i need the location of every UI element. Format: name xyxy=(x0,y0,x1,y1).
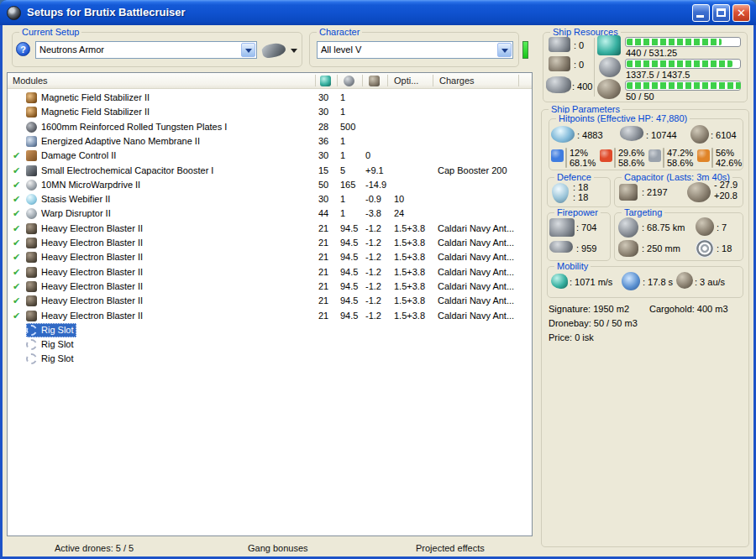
maximize-button[interactable] xyxy=(712,4,730,22)
active-check-icon[interactable]: ✔ xyxy=(13,280,20,294)
module-row[interactable]: 1600mm Reinforced Rolled Tungsten Plates… xyxy=(8,120,531,134)
ship-parameters-group: Ship Parameters Hitpoints (Effective HP:… xyxy=(541,109,749,547)
active-check-icon[interactable]: ✔ xyxy=(13,309,20,323)
character-label: Character xyxy=(317,27,362,38)
module-row[interactable]: ✔Heavy Electron Blaster II2194.5-1.21.5+… xyxy=(8,250,531,264)
module-row[interactable]: ✔10MN MicroWarpdrive II50165-14.9 xyxy=(8,178,531,192)
module-entry[interactable]: Stasis Webifier II xyxy=(26,192,113,206)
module-name: 10MN MicroWarpdrive II xyxy=(41,178,140,192)
module-entry[interactable]: Heavy Electron Blaster II xyxy=(26,265,145,280)
module-entry[interactable]: Rig Slot xyxy=(26,352,76,366)
active-check-icon[interactable]: ✔ xyxy=(13,178,20,192)
module-cap: 0 xyxy=(365,149,370,163)
setup-select[interactable]: Neutrons Armor xyxy=(35,41,257,59)
character-select-dropdown-button[interactable] xyxy=(497,43,512,57)
module-entry[interactable]: Magnetic Field Stabilizer II xyxy=(26,91,152,105)
explosive-resist-bottom: 42.6% xyxy=(716,158,742,168)
chevron-down-icon xyxy=(245,49,252,53)
module-name: Rig Slot xyxy=(41,337,74,352)
active-check-icon[interactable]: ✔ xyxy=(13,294,20,308)
module-pg: 1 xyxy=(340,105,345,119)
modules-list: Modules Opti... Charges Magnetic Field S… xyxy=(7,72,533,536)
module-entry[interactable]: Damage Control II xyxy=(26,149,118,163)
module-name: Heavy Electron Blaster II xyxy=(41,236,143,250)
column-separator xyxy=(433,75,433,86)
module-entry[interactable]: Heavy Electron Blaster II xyxy=(26,309,145,323)
speed-icon xyxy=(551,274,568,289)
hitpoints-label: Hitpoints (Effective HP: 47,880) xyxy=(556,113,690,124)
module-entry[interactable]: Warp Disruptor II xyxy=(26,206,113,221)
ship-menu-button[interactable] xyxy=(260,41,299,61)
blaster-icon xyxy=(26,267,37,278)
modules-column-header[interactable]: Modules xyxy=(13,76,48,86)
active-check-icon[interactable]: ✔ xyxy=(13,265,20,280)
mobility-label: Mobility xyxy=(554,261,591,272)
module-row[interactable]: ✔Warp Disruptor II441-3.824 xyxy=(8,206,531,221)
gang-bonuses-label[interactable]: Gang bonuses xyxy=(248,543,308,553)
module-row[interactable]: Magnetic Field Stabilizer II301 xyxy=(8,91,531,105)
max-targets: : 7 xyxy=(717,222,727,232)
warp-speed-icon xyxy=(676,272,693,289)
selected-module[interactable]: Rig Slot xyxy=(26,323,76,337)
module-entry[interactable]: 1600mm Reinforced Rolled Tungsten Plates… xyxy=(26,120,229,134)
module-entry[interactable]: Rig Slot xyxy=(26,337,76,352)
capacitor-column-icon[interactable] xyxy=(369,76,380,86)
setup-select-dropdown-button[interactable] xyxy=(241,43,255,57)
active-check-icon[interactable]: ✔ xyxy=(13,164,20,178)
module-row[interactable]: ✔Small Electrochemical Capacitor Booster… xyxy=(8,164,531,178)
module-row[interactable]: Rig Slot xyxy=(8,337,531,352)
module-cap: -1.2 xyxy=(365,294,381,308)
module-entry[interactable]: Heavy Electron Blaster II xyxy=(26,294,145,308)
module-row[interactable]: ✔Heavy Electron Blaster II2194.5-1.21.5+… xyxy=(8,309,531,323)
divider xyxy=(565,148,567,168)
active-check-icon[interactable]: ✔ xyxy=(13,192,20,206)
module-entry[interactable]: 10MN MicroWarpdrive II xyxy=(26,178,143,192)
modules-list-header[interactable]: Modules Opti... Charges xyxy=(8,73,532,89)
module-entry[interactable]: Heavy Electron Blaster II xyxy=(26,236,145,250)
close-button[interactable]: ✕ xyxy=(732,4,750,22)
charges-column-header[interactable]: Charges xyxy=(439,76,475,86)
minimize-button[interactable] xyxy=(692,4,710,22)
projected-effects-label[interactable]: Projected effects xyxy=(416,543,485,553)
powergrid-column-icon[interactable] xyxy=(344,76,354,86)
module-entry[interactable]: Heavy Electron Blaster II xyxy=(26,222,145,236)
module-cpu: 21 xyxy=(318,280,328,294)
module-row[interactable]: ✔Heavy Electron Blaster II2194.5-1.21.5+… xyxy=(8,265,531,280)
character-select[interactable]: All level V xyxy=(317,41,513,59)
active-drones-label[interactable]: Active drones: 5 / 5 xyxy=(55,543,134,553)
module-entry[interactable]: Energized Adaptive Nano Membrane II xyxy=(26,134,202,149)
module-row[interactable]: ✔Damage Control II3010 xyxy=(8,149,531,163)
module-row[interactable]: ✔Stasis Webifier II301-0.910 xyxy=(8,192,531,206)
active-check-icon[interactable]: ✔ xyxy=(13,222,20,236)
module-row[interactable]: Rig Slot xyxy=(8,323,531,337)
module-pg: 5 xyxy=(340,164,345,178)
module-cap: -1.2 xyxy=(365,250,381,264)
opti-column-header[interactable]: Opti... xyxy=(394,76,418,86)
active-check-icon[interactable]: ✔ xyxy=(13,149,20,163)
module-row[interactable]: ✔Heavy Electron Blaster II2194.5-1.21.5+… xyxy=(8,222,531,236)
help-icon[interactable]: ? xyxy=(16,42,30,56)
module-row[interactable]: ✔Heavy Electron Blaster II2194.5-1.21.5+… xyxy=(8,280,531,294)
module-entry[interactable]: Magnetic Field Stabilizer II xyxy=(26,105,152,119)
module-row[interactable]: Energized Adaptive Nano Membrane II361 xyxy=(8,134,531,149)
capacitor-recharge: +20.8 xyxy=(714,191,738,201)
active-check-icon[interactable]: ✔ xyxy=(13,250,20,264)
module-row[interactable]: Rig Slot xyxy=(8,352,531,366)
setup-select-value: Neutrons Armor xyxy=(39,44,104,55)
cpu-value: 440 / 531.25 xyxy=(626,48,677,58)
module-cpu: 44 xyxy=(318,206,328,221)
module-row[interactable]: ✔Heavy Electron Blaster II2194.5-1.21.5+… xyxy=(8,236,531,250)
module-row[interactable]: Magnetic Field Stabilizer II301 xyxy=(8,105,531,119)
drone-bandwidth-value: 50 / 50 xyxy=(626,91,654,102)
magnetic-field-stabilizer-icon xyxy=(26,92,37,103)
module-entry[interactable]: Heavy Electron Blaster II xyxy=(26,250,145,264)
active-check-icon[interactable]: ✔ xyxy=(13,236,20,250)
titlebar[interactable]: Setups for Brutix Battlecruiser ✕ xyxy=(0,0,756,25)
module-cap: -1.2 xyxy=(365,265,381,280)
cpu-column-icon[interactable] xyxy=(320,76,331,86)
module-cap: -1.2 xyxy=(365,280,381,294)
module-entry[interactable]: Small Electrochemical Capacitor Booster … xyxy=(26,164,216,178)
active-check-icon[interactable]: ✔ xyxy=(13,206,20,221)
module-entry[interactable]: Heavy Electron Blaster II xyxy=(26,280,145,294)
module-row[interactable]: ✔Heavy Electron Blaster II2194.5-1.21.5+… xyxy=(8,294,531,308)
